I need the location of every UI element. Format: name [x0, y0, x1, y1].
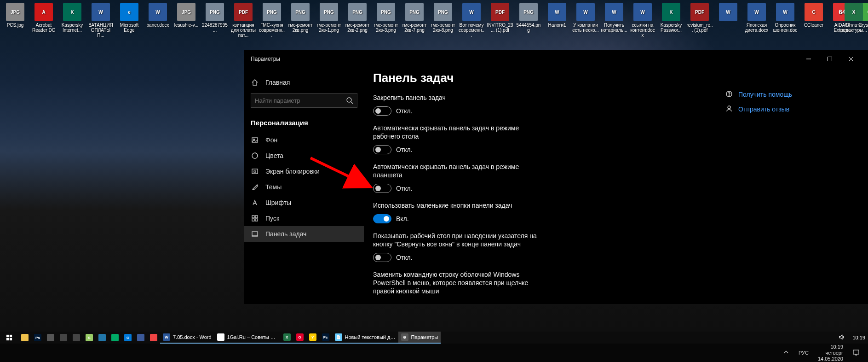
desktop-icon[interactable]: PNGгмс-ремонт 2кв-7.png — [400, 2, 429, 40]
nav-item-themes[interactable]: Темы — [244, 179, 364, 195]
toggle-switch[interactable] — [373, 253, 391, 262]
notifications-icon[interactable] — [852, 349, 860, 357]
desktop-icon[interactable]: KKaspersky Internet... — [58, 2, 86, 40]
side-link-feedback[interactable]: Отправить отзыв — [725, 105, 859, 113]
taskbar-pinned-item[interactable] — [109, 332, 121, 344]
desktop-icon[interactable]: WУ компании есть неско... — [571, 2, 600, 40]
app-icon: W — [163, 333, 170, 341]
nav-home[interactable]: Главная — [244, 75, 364, 90]
search-input[interactable] — [255, 97, 346, 104]
nav-item-colors[interactable]: Цвета — [244, 148, 364, 163]
desktop-icon[interactable]: AAcrobat Reader DC — [29, 2, 58, 40]
desktop-icon[interactable]: JPGPCS.jpg — [1, 2, 29, 40]
toggle-switch[interactable] — [373, 184, 391, 193]
svg-rect-6 — [252, 138, 258, 142]
taskbar-pinned-item[interactable]: O — [121, 332, 134, 344]
taskbar-pinned-item[interactable] — [96, 332, 109, 344]
side-link-label: Получить помощь — [738, 91, 792, 98]
taskbar-pinned-item[interactable] — [18, 332, 31, 344]
taskbar-pinned-item[interactable] — [44, 332, 57, 344]
file-label: Опросник шенген.doc — [772, 23, 799, 33]
taskbar-running-item[interactable]: Ps — [319, 332, 332, 344]
desktop-icon[interactable]: XОплата редактуры... — [839, 2, 868, 34]
nav-item-taskbar[interactable]: Панель задач — [244, 226, 364, 242]
feedback-icon — [725, 105, 734, 113]
taskbar-running-item[interactable]: ◉1Gai.Ru – Советы и т... — [214, 332, 281, 344]
file-label: Оплата редактуры... — [840, 23, 867, 33]
desktop-icon[interactable]: eMicrosoft Edge — [115, 2, 144, 40]
taskbar-pinned-item[interactable]: S — [83, 332, 96, 344]
file-icon: W — [462, 3, 481, 21]
file-label: Kaspersky Internet... — [59, 23, 86, 33]
taskbar-running-item[interactable]: W7.05.docx - Word — [160, 332, 214, 344]
file-label: квитанция для оплаты пат... — [230, 23, 257, 38]
taskbar-running-item[interactable]: O — [293, 332, 306, 344]
taskbar-running-item[interactable]: ⚙Параметры — [398, 332, 441, 344]
settings-titlebar: Параметры — [244, 50, 868, 68]
desktop-icon[interactable]: WВАТАНЦИЯ ОПЛАТЫ П... — [86, 2, 115, 40]
desktop-icon[interactable]: PDFINVITRO_23... (1).pdf — [486, 2, 514, 40]
nav-item-start[interactable]: Пуск — [244, 210, 364, 226]
toggle-switch[interactable] — [373, 214, 391, 223]
settings-option: Использовать маленькие кнопки панели зад… — [373, 201, 716, 223]
app-icon: O — [124, 334, 132, 341]
desktop-icon[interactable]: PNG5444554.png — [514, 2, 543, 40]
minimize-button[interactable] — [798, 52, 819, 66]
desktop-icon[interactable]: PDFквитанция для оплаты пат... — [229, 2, 258, 40]
nav-search[interactable] — [251, 93, 357, 108]
language-indicator[interactable]: РУС — [799, 350, 809, 356]
desktop-icon[interactable]: WНалоги1 — [543, 2, 571, 40]
taskbar-pinned-item[interactable]: Ps — [31, 332, 44, 344]
toggle-switch[interactable] — [373, 145, 391, 154]
nav-item-label: Экран блокировки — [265, 168, 320, 175]
nav-item-fonts[interactable]: Шрифты — [244, 195, 364, 210]
date-time[interactable]: 10:19 четверг 14.05.2020 — [818, 344, 843, 362]
desktop-icon[interactable]: Wbaner.docx — [144, 2, 172, 40]
desktop-icon[interactable]: PNGгмс-ремонт 2кв-3.png — [372, 2, 400, 40]
desktop-icon[interactable]: PNGгмс-ремонт 2кв-8.png — [429, 2, 457, 40]
system-tray[interactable] — [834, 334, 850, 341]
taskbar-clock[interactable]: 10:19 — [850, 332, 868, 344]
toggle-switch[interactable] — [373, 106, 391, 116]
nav-home-label: Главная — [265, 79, 290, 86]
file-label: гмс-ремонт 2кв-8.png — [430, 23, 456, 33]
option-label: Автоматически скрывать панель задач в ре… — [373, 163, 539, 179]
settings-nav: Главная Персонализация ФонЦветаЭкран бло… — [244, 68, 364, 304]
taskbar-item-label: Новый текстовый до... — [345, 334, 396, 340]
volume-icon[interactable] — [839, 334, 845, 341]
desktop-icon[interactable]: PNGгмс-ремонт 2кв-2.png — [343, 2, 372, 40]
app-icon — [21, 334, 29, 341]
taskbar-running-item[interactable]: X — [281, 332, 293, 344]
taskbar-pinned-item[interactable] — [134, 332, 147, 344]
nav-item-background[interactable]: Фон — [244, 132, 364, 148]
app-icon: ⚙ — [401, 333, 408, 341]
file-icon: W — [548, 3, 566, 21]
start-button[interactable] — [0, 332, 18, 344]
desktop-icon[interactable]: WПолучить нотариаль... — [600, 2, 628, 40]
taskbar-running-item[interactable]: Y — [306, 332, 319, 344]
taskbar-running-item[interactable]: 📄Новый текстовый до... — [332, 332, 398, 344]
desktop-icon[interactable]: PNGгмс-ремонт 2кв-1.png — [315, 2, 343, 40]
nav-item-lockscreen[interactable]: Экран блокировки — [244, 163, 364, 179]
side-link-help[interactable]: Получить помощь — [725, 90, 859, 99]
desktop-icon[interactable]: JPGlesushie-v... — [172, 2, 201, 40]
desktop-icon[interactable]: W — [714, 2, 742, 40]
desktop-icon[interactable]: PNGГМС-кухня современн... — [258, 2, 286, 40]
desktop-icon[interactable]: CCCleaner — [799, 2, 828, 40]
taskbar-pinned-item[interactable] — [147, 332, 160, 344]
taskbar-pinned-item[interactable] — [57, 332, 70, 344]
desktop-icon[interactable]: PNG2248287995... — [201, 2, 229, 40]
desktop-icon[interactable]: Wссылки на контент.docx — [628, 2, 657, 40]
desktop-icon[interactable]: PNGгмс-ремонт 2кв.png — [286, 2, 315, 40]
desktop-icon[interactable]: WВот почему современн... — [457, 2, 486, 40]
chevron-up-icon[interactable] — [783, 349, 789, 356]
desktop-wallpaper[interactable]: JPGPCS.jpgAAcrobat Reader DCKKaspersky I… — [0, 0, 868, 362]
file-icon: K — [662, 3, 680, 21]
desktop-icon[interactable]: PDFrevisium_re... (1).pdf — [685, 2, 714, 40]
desktop-icon[interactable]: WОпросник шенген.doc — [771, 2, 799, 40]
desktop-icon[interactable]: WЯпонская диета.docx — [742, 2, 771, 40]
taskbar-pinned-item[interactable] — [70, 332, 83, 344]
maximize-button[interactable] — [819, 52, 840, 66]
close-button[interactable] — [840, 52, 862, 66]
desktop-icon[interactable]: KKaspersky Passwor... — [657, 2, 685, 40]
